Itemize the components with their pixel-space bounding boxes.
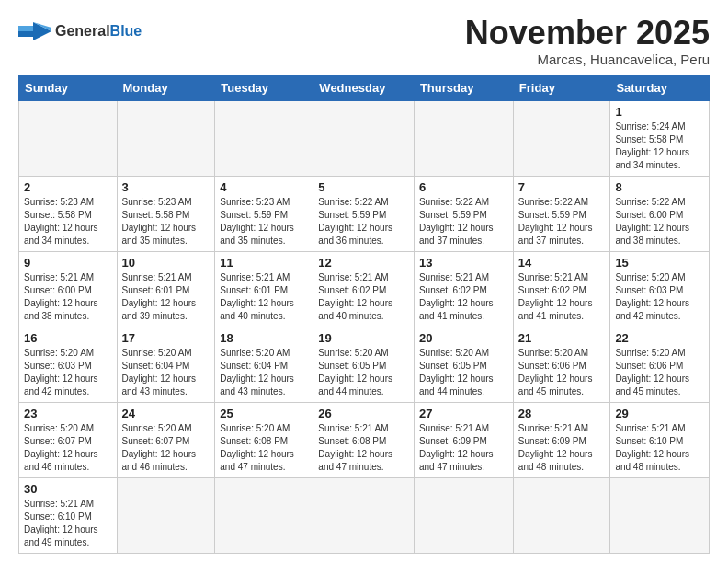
day-info: Sunrise: 5:20 AM Sunset: 6:06 PM Dayligh… xyxy=(615,347,704,398)
table-row: 6Sunrise: 5:22 AM Sunset: 5:59 PM Daylig… xyxy=(414,176,513,251)
table-row: 4Sunrise: 5:23 AM Sunset: 5:59 PM Daylig… xyxy=(215,176,313,251)
day-number: 9 xyxy=(24,256,112,270)
day-info: Sunrise: 5:21 AM Sunset: 6:10 PM Dayligh… xyxy=(24,498,112,549)
table-row: 26Sunrise: 5:21 AM Sunset: 6:08 PM Dayli… xyxy=(313,402,415,477)
day-number: 27 xyxy=(419,407,508,420)
day-info: Sunrise: 5:20 AM Sunset: 6:03 PM Dayligh… xyxy=(24,347,112,398)
day-info: Sunrise: 5:21 AM Sunset: 6:01 PM Dayligh… xyxy=(220,271,308,323)
table-row xyxy=(19,100,118,176)
day-number: 14 xyxy=(518,256,606,270)
day-info: Sunrise: 5:20 AM Sunset: 6:04 PM Dayligh… xyxy=(220,347,308,398)
day-info: Sunrise: 5:22 AM Sunset: 6:00 PM Dayligh… xyxy=(615,196,704,247)
table-row xyxy=(215,477,313,553)
day-number: 12 xyxy=(318,256,409,270)
day-info: Sunrise: 5:21 AM Sunset: 6:02 PM Dayligh… xyxy=(518,271,606,323)
calendar-week-3: 16Sunrise: 5:20 AM Sunset: 6:03 PM Dayli… xyxy=(19,327,710,402)
table-row xyxy=(610,477,710,553)
day-info: Sunrise: 5:21 AM Sunset: 6:10 PM Dayligh… xyxy=(615,422,704,474)
table-row: 19Sunrise: 5:20 AM Sunset: 6:05 PM Dayli… xyxy=(313,327,415,402)
day-number: 11 xyxy=(220,256,308,270)
table-row: 29Sunrise: 5:21 AM Sunset: 6:10 PM Dayli… xyxy=(610,402,710,477)
day-info: Sunrise: 5:21 AM Sunset: 6:09 PM Dayligh… xyxy=(518,422,606,474)
col-wednesday: Wednesday xyxy=(313,75,415,100)
table-row: 8Sunrise: 5:22 AM Sunset: 6:00 PM Daylig… xyxy=(610,176,710,251)
day-info: Sunrise: 5:20 AM Sunset: 6:05 PM Dayligh… xyxy=(419,347,508,398)
table-row: 27Sunrise: 5:21 AM Sunset: 6:09 PM Dayli… xyxy=(414,402,513,477)
table-row: 16Sunrise: 5:20 AM Sunset: 6:03 PM Dayli… xyxy=(19,327,118,402)
table-row xyxy=(117,477,215,553)
day-info: Sunrise: 5:20 AM Sunset: 6:05 PM Dayligh… xyxy=(318,347,409,398)
calendar-week-5: 30Sunrise: 5:21 AM Sunset: 6:10 PM Dayli… xyxy=(19,477,710,553)
location-subtitle: Marcas, Huancavelica, Peru xyxy=(465,52,710,67)
table-row: 12Sunrise: 5:21 AM Sunset: 6:02 PM Dayli… xyxy=(313,251,415,327)
calendar-header-row: Sunday Monday Tuesday Wednesday Thursday… xyxy=(19,75,710,100)
table-row: 17Sunrise: 5:20 AM Sunset: 6:04 PM Dayli… xyxy=(117,327,215,402)
day-info: Sunrise: 5:20 AM Sunset: 6:07 PM Dayligh… xyxy=(24,422,112,474)
header: GeneralBlue November 2025 Marcas, Huanca… xyxy=(18,15,710,67)
day-info: Sunrise: 5:20 AM Sunset: 6:04 PM Dayligh… xyxy=(122,347,210,398)
table-row: 10Sunrise: 5:21 AM Sunset: 6:01 PM Dayli… xyxy=(117,251,215,327)
col-thursday: Thursday xyxy=(414,75,513,100)
table-row: 15Sunrise: 5:20 AM Sunset: 6:03 PM Dayli… xyxy=(610,251,710,327)
logo-general: General xyxy=(55,23,110,39)
calendar-week-0: 1Sunrise: 5:24 AM Sunset: 5:58 PM Daylig… xyxy=(19,100,710,176)
day-number: 5 xyxy=(318,180,409,194)
table-row: 13Sunrise: 5:21 AM Sunset: 6:02 PM Dayli… xyxy=(414,251,513,327)
day-number: 25 xyxy=(220,407,308,420)
table-row xyxy=(117,100,215,176)
table-row: 14Sunrise: 5:21 AM Sunset: 6:02 PM Dayli… xyxy=(513,251,610,327)
title-block: November 2025 Marcas, Huancavelica, Peru xyxy=(465,15,710,67)
day-number: 13 xyxy=(419,256,508,270)
day-info: Sunrise: 5:21 AM Sunset: 6:01 PM Dayligh… xyxy=(122,271,210,323)
day-number: 24 xyxy=(122,407,210,420)
day-info: Sunrise: 5:21 AM Sunset: 6:02 PM Dayligh… xyxy=(318,271,409,323)
day-number: 29 xyxy=(615,407,704,420)
day-number: 19 xyxy=(318,331,409,345)
svg-rect-3 xyxy=(18,26,33,31)
table-row: 11Sunrise: 5:21 AM Sunset: 6:01 PM Dayli… xyxy=(215,251,313,327)
table-row xyxy=(215,100,313,176)
col-sunday: Sunday xyxy=(19,75,118,100)
table-row: 3Sunrise: 5:23 AM Sunset: 5:58 PM Daylig… xyxy=(117,176,215,251)
day-number: 26 xyxy=(318,407,409,420)
day-info: Sunrise: 5:22 AM Sunset: 5:59 PM Dayligh… xyxy=(518,196,606,247)
table-row xyxy=(414,477,513,553)
logo-text: GeneralBlue xyxy=(55,23,142,40)
day-info: Sunrise: 5:21 AM Sunset: 6:02 PM Dayligh… xyxy=(419,271,508,323)
day-number: 22 xyxy=(615,331,704,345)
day-info: Sunrise: 5:20 AM Sunset: 6:07 PM Dayligh… xyxy=(122,422,210,474)
day-number: 2 xyxy=(24,180,112,194)
calendar-week-2: 9Sunrise: 5:21 AM Sunset: 6:00 PM Daylig… xyxy=(19,251,710,327)
table-row xyxy=(513,100,610,176)
col-tuesday: Tuesday xyxy=(215,75,313,100)
day-info: Sunrise: 5:22 AM Sunset: 5:59 PM Dayligh… xyxy=(318,196,409,247)
day-info: Sunrise: 5:21 AM Sunset: 6:00 PM Dayligh… xyxy=(24,271,112,323)
day-number: 16 xyxy=(24,331,112,345)
table-row: 9Sunrise: 5:21 AM Sunset: 6:00 PM Daylig… xyxy=(19,251,118,327)
table-row: 25Sunrise: 5:20 AM Sunset: 6:08 PM Dayli… xyxy=(215,402,313,477)
table-row: 22Sunrise: 5:20 AM Sunset: 6:06 PM Dayli… xyxy=(610,327,710,402)
day-number: 10 xyxy=(122,256,210,270)
day-info: Sunrise: 5:20 AM Sunset: 6:03 PM Dayligh… xyxy=(615,271,704,323)
calendar-page: GeneralBlue November 2025 Marcas, Huanca… xyxy=(0,0,728,563)
table-row xyxy=(313,477,415,553)
col-monday: Monday xyxy=(117,75,215,100)
table-row: 5Sunrise: 5:22 AM Sunset: 5:59 PM Daylig… xyxy=(313,176,415,251)
day-number: 23 xyxy=(24,407,112,420)
day-number: 21 xyxy=(518,331,606,345)
table-row: 23Sunrise: 5:20 AM Sunset: 6:07 PM Dayli… xyxy=(19,402,118,477)
logo-blue: Blue xyxy=(110,23,142,39)
day-number: 1 xyxy=(615,105,704,119)
day-number: 7 xyxy=(518,180,606,194)
day-info: Sunrise: 5:23 AM Sunset: 5:58 PM Dayligh… xyxy=(24,196,112,247)
table-row xyxy=(414,100,513,176)
day-info: Sunrise: 5:24 AM Sunset: 5:58 PM Dayligh… xyxy=(615,121,704,172)
day-number: 3 xyxy=(122,180,210,194)
day-number: 15 xyxy=(615,256,704,270)
day-number: 8 xyxy=(615,180,704,194)
day-number: 4 xyxy=(220,180,308,194)
day-number: 6 xyxy=(419,180,508,194)
calendar-week-4: 23Sunrise: 5:20 AM Sunset: 6:07 PM Dayli… xyxy=(19,402,710,477)
day-info: Sunrise: 5:23 AM Sunset: 5:59 PM Dayligh… xyxy=(220,196,308,247)
logo-icon xyxy=(18,18,51,44)
